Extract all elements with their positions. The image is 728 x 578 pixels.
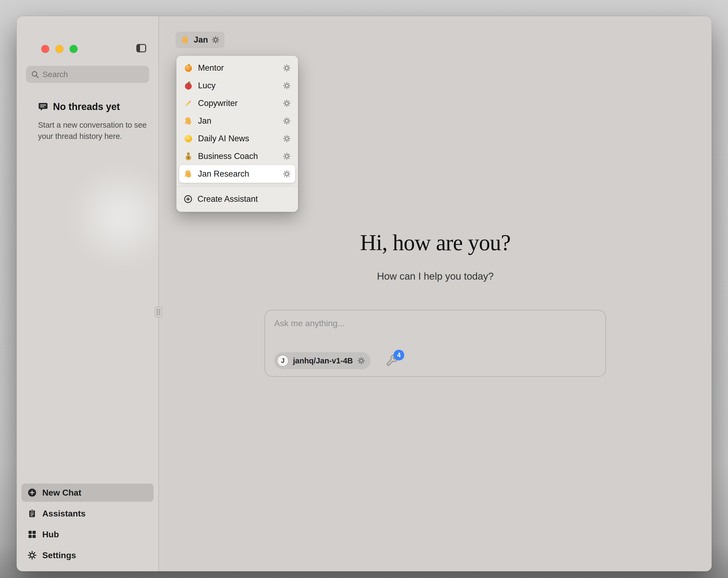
sidebar-toggle-icon[interactable] xyxy=(135,42,147,54)
menu-item-label: Copywriter xyxy=(198,99,238,108)
search-icon xyxy=(31,70,39,79)
yellow-circle-icon xyxy=(184,134,193,144)
sidebar-item-hub[interactable]: Hub xyxy=(21,525,154,544)
search-box xyxy=(26,66,149,83)
gear-icon[interactable] xyxy=(283,64,291,72)
gear-icon[interactable] xyxy=(283,99,291,107)
create-assistant-button[interactable]: Create Assistant xyxy=(179,190,295,208)
menu-item-label: Mentor xyxy=(198,63,224,73)
sidebar: No threads yet Start a new conversation … xyxy=(17,16,158,571)
hub-grid-icon xyxy=(27,530,37,539)
model-selector-button[interactable]: J janhq/Jan-v1-4B xyxy=(274,352,370,369)
empty-state-title-text: No threads yet xyxy=(53,101,120,112)
greeting-title: Hi, how are you? xyxy=(159,230,712,255)
menu-item-jan-research[interactable]: Jan Research xyxy=(179,165,295,183)
close-button[interactable] xyxy=(41,45,49,53)
nav-item-label: Assistants xyxy=(42,509,86,519)
money-bag-icon xyxy=(184,151,193,161)
nav-item-label: New Chat xyxy=(42,488,81,498)
model-settings-gear-icon[interactable] xyxy=(357,357,365,365)
main-area: Jan Mentor Lucy Copywriter Jan xyxy=(158,16,712,571)
composer: J janhq/Jan-v1-4B 4 xyxy=(265,310,606,377)
pencil-icon xyxy=(184,99,193,108)
minimize-button[interactable] xyxy=(55,45,63,53)
menu-item-label: Business Coach xyxy=(198,151,258,161)
create-assistant-label: Create Assistant xyxy=(198,194,258,204)
app-window: No threads yet Start a new conversation … xyxy=(17,16,712,571)
wave-hand-icon xyxy=(180,35,190,45)
assistants-clipboard-icon xyxy=(27,509,37,518)
apple-icon xyxy=(184,81,193,91)
menu-item-mentor[interactable]: Mentor xyxy=(179,59,295,77)
wave-hand-icon xyxy=(184,169,193,179)
assistant-selector-label: Jan xyxy=(194,35,208,45)
gear-icon[interactable] xyxy=(283,170,291,178)
sidebar-item-new-chat[interactable]: New Chat xyxy=(21,483,154,502)
menu-item-label: Jan Research xyxy=(198,169,249,179)
settings-gear-icon xyxy=(27,550,37,560)
menu-item-daily-ai-news[interactable]: Daily AI News xyxy=(179,130,295,147)
empty-state-description: Start a new conversation to see your thr… xyxy=(38,119,156,142)
assistant-menu: Mentor Lucy Copywriter Jan Daily AI News xyxy=(176,56,298,212)
menu-item-label: Jan xyxy=(198,116,211,126)
menu-divider xyxy=(177,186,298,186)
gear-icon[interactable] xyxy=(212,36,220,44)
menu-item-business-coach[interactable]: Business Coach xyxy=(179,147,295,165)
menu-item-jan[interactable]: Jan xyxy=(179,112,295,130)
chat-bubble-icon xyxy=(38,102,48,112)
tools-count-badge: 4 xyxy=(394,350,404,360)
nav-item-label: Hub xyxy=(42,530,59,539)
gear-icon[interactable] xyxy=(283,117,291,125)
wave-hand-icon xyxy=(184,116,193,126)
composer-input[interactable] xyxy=(274,319,596,328)
gear-icon[interactable] xyxy=(283,152,291,160)
model-avatar: J xyxy=(277,355,289,367)
menu-item-copywriter[interactable]: Copywriter xyxy=(179,95,295,112)
menu-item-label: Daily AI News xyxy=(198,134,249,144)
plus-circle-outline-icon xyxy=(184,195,192,204)
menu-item-lucy[interactable]: Lucy xyxy=(179,77,295,95)
sidebar-resize-handle[interactable] xyxy=(155,307,162,317)
zoom-button[interactable] xyxy=(70,45,78,53)
gear-icon[interactable] xyxy=(283,82,291,90)
model-name: janhq/Jan-v1-4B xyxy=(293,356,353,365)
plus-circle-icon xyxy=(27,488,37,498)
sidebar-item-assistants[interactable]: Assistants xyxy=(21,504,154,523)
assistant-selector-button[interactable]: Jan xyxy=(176,31,225,48)
gear-icon[interactable] xyxy=(283,134,291,143)
search-input[interactable] xyxy=(43,70,144,79)
empty-state-title: No threads yet xyxy=(38,101,120,112)
tools-button[interactable]: 4 xyxy=(386,354,399,368)
sidebar-item-settings[interactable]: Settings xyxy=(21,546,154,564)
orange-circle-icon xyxy=(184,63,193,73)
window-controls xyxy=(41,45,78,53)
greeting-subtitle: How can I help you today? xyxy=(159,271,712,282)
nav-item-label: Settings xyxy=(42,550,76,560)
menu-item-label: Lucy xyxy=(198,81,215,91)
sidebar-nav: New Chat Assistants Hub Settings xyxy=(21,483,154,564)
composer-toolbar: J janhq/Jan-v1-4B 4 xyxy=(274,352,596,369)
